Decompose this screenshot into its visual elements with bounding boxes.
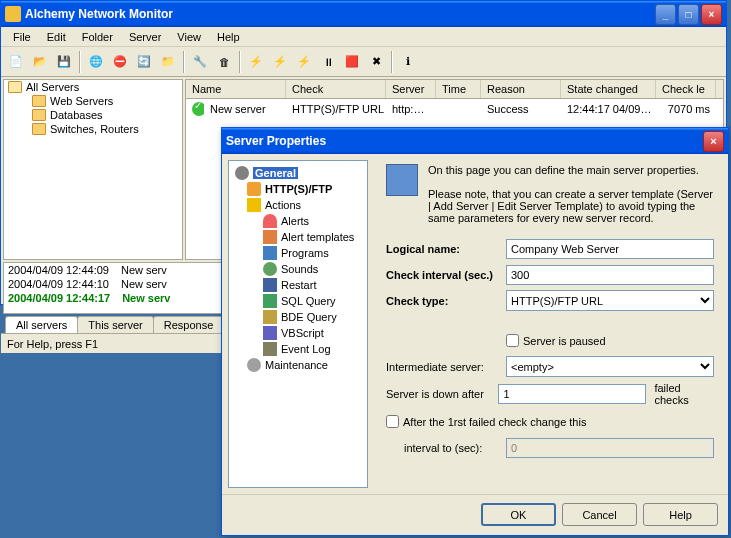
tree-root[interactable]: All Servers	[4, 80, 182, 94]
tb-check-all-icon[interactable]: ⚡	[269, 51, 291, 73]
toolbar-separator	[391, 51, 393, 73]
tab-response[interactable]: Response	[153, 316, 225, 333]
col-header[interactable]: Check le	[656, 80, 716, 98]
col-header[interactable]: State changed	[561, 80, 656, 98]
logical-name-label: Logical name:	[386, 243, 506, 255]
dtree-alerts[interactable]: Alerts	[233, 213, 363, 229]
tb-add-server-icon[interactable]: 🌐	[85, 51, 107, 73]
after-failed-checkbox[interactable]	[386, 415, 399, 428]
cell-name: New server	[204, 102, 286, 116]
interval-to-input	[506, 438, 714, 458]
maximize-button[interactable]: □	[678, 4, 699, 25]
dialog-titlebar: Server Properties ×	[222, 128, 728, 154]
cell-checkle: 7070 ms	[656, 102, 716, 116]
close-button[interactable]: ×	[701, 4, 722, 25]
cell-check: HTTP(S)/FTP URL	[286, 102, 386, 116]
check-interval-input[interactable]	[506, 265, 714, 285]
dtree-bde-query[interactable]: BDE Query	[233, 309, 363, 325]
folder-icon	[32, 95, 46, 107]
server-paused-checkbox[interactable]	[506, 334, 519, 347]
dtree-programs[interactable]: Programs	[233, 245, 363, 261]
menu-folder[interactable]: Folder	[74, 29, 121, 45]
dtree-sql-query[interactable]: SQL Query	[233, 293, 363, 309]
toolbar-separator	[183, 51, 185, 73]
col-header[interactable]: Check	[286, 80, 386, 98]
tb-new-icon[interactable]: 📄	[5, 51, 27, 73]
col-header[interactable]: Time	[436, 80, 481, 98]
http-icon	[247, 182, 261, 196]
down-after-input[interactable]	[498, 384, 646, 404]
tree-item[interactable]: Switches, Routers	[4, 122, 182, 136]
server-paused-label: Server is paused	[523, 335, 606, 347]
dtree-general[interactable]: General	[233, 165, 363, 181]
bell-icon	[263, 214, 277, 228]
tb-check-icon[interactable]: ⚡	[245, 51, 267, 73]
tree-root-label: All Servers	[26, 81, 79, 93]
col-header[interactable]: Name	[186, 80, 286, 98]
tb-clear-icon[interactable]: ✖	[365, 51, 387, 73]
interval-to-label: interval to (sec):	[386, 442, 506, 454]
help-button[interactable]: Help	[643, 503, 718, 526]
dtree-sounds[interactable]: Sounds	[233, 261, 363, 277]
tb-delete-icon[interactable]: 🗑	[213, 51, 235, 73]
list-header: NameCheckServerTimeReasonState changedCh…	[186, 80, 723, 99]
tb-remove-server-icon[interactable]: ⛔	[109, 51, 131, 73]
toolbar-separator	[239, 51, 241, 73]
app-title: Alchemy Network Monitor	[25, 7, 655, 21]
log-icon	[263, 342, 277, 356]
tb-save-icon[interactable]: 💾	[53, 51, 75, 73]
menu-file[interactable]: File	[5, 29, 39, 45]
dialog-close-button[interactable]: ×	[703, 131, 724, 152]
server-tree[interactable]: All Servers Web ServersDatabasesSwitches…	[3, 79, 183, 260]
tree-item[interactable]: Databases	[4, 108, 182, 122]
check-type-select[interactable]: HTTP(S)/FTP URL	[506, 290, 714, 311]
dtree-maintenance[interactable]: Maintenance	[233, 357, 363, 373]
intermediate-label: Intermediate server:	[386, 361, 506, 373]
dtree-http-s-ftp[interactable]: HTTP(S)/FTP	[233, 181, 363, 197]
bde-icon	[263, 310, 277, 324]
list-row[interactable]: New server HTTP(S)/FTP URL http:… Succes…	[186, 99, 723, 119]
menu-view[interactable]: View	[169, 29, 209, 45]
dtree-restart[interactable]: Restart	[233, 277, 363, 293]
tb-info-icon[interactable]: ℹ	[397, 51, 419, 73]
tree-item[interactable]: Web Servers	[4, 94, 182, 108]
ok-button[interactable]: OK	[481, 503, 556, 526]
folder-open-icon	[8, 81, 22, 93]
tab-all-servers[interactable]: All servers	[5, 316, 78, 333]
after-failed-label: After the 1rst failed check change this	[403, 416, 586, 428]
vbs-icon	[263, 326, 277, 340]
menu-edit[interactable]: Edit	[39, 29, 74, 45]
status-ok-icon	[192, 102, 204, 116]
down-after-label: Server is down after	[386, 388, 498, 400]
cancel-button[interactable]: Cancel	[562, 503, 637, 526]
tb-pause-icon[interactable]: ⏸	[317, 51, 339, 73]
status-text: For Help, press F1	[7, 338, 98, 350]
dtree-actions[interactable]: Actions	[233, 197, 363, 213]
cell-state: 12:44:17 04/09…	[561, 102, 656, 116]
logical-name-input[interactable]	[506, 239, 714, 259]
col-header[interactable]: Reason	[481, 80, 561, 98]
col-header[interactable]: Server	[386, 80, 436, 98]
menu-help[interactable]: Help	[209, 29, 248, 45]
tb-refresh-icon[interactable]: 🔄	[133, 51, 155, 73]
folder-icon	[32, 109, 46, 121]
check-interval-label: Check interval (sec.)	[386, 269, 506, 281]
dtree-alert-templates[interactable]: Alert templates	[233, 229, 363, 245]
gear-icon	[235, 166, 249, 180]
tb-folder-icon[interactable]: 📁	[157, 51, 179, 73]
app-icon	[5, 6, 21, 22]
minimize-button[interactable]: _	[655, 4, 676, 25]
dtree-event-log[interactable]: Event Log	[233, 341, 363, 357]
intermediate-select[interactable]: <empty>	[506, 356, 714, 377]
dtree-vbscript[interactable]: VBScript	[233, 325, 363, 341]
cell-time	[436, 108, 481, 110]
tb-props-icon[interactable]: 🔧	[189, 51, 211, 73]
tb-stop-icon[interactable]: 🟥	[341, 51, 363, 73]
dialog-tree[interactable]: GeneralHTTP(S)/FTPActionsAlertsAlert tem…	[228, 160, 368, 488]
tb-open-icon[interactable]: 📂	[29, 51, 51, 73]
tb-check-group-icon[interactable]: ⚡	[293, 51, 315, 73]
menu-server[interactable]: Server	[121, 29, 169, 45]
tab-this-server[interactable]: This server	[77, 316, 153, 333]
bolt-icon	[247, 198, 261, 212]
server-properties-dialog: Server Properties × GeneralHTTP(S)/FTPAc…	[221, 127, 729, 536]
